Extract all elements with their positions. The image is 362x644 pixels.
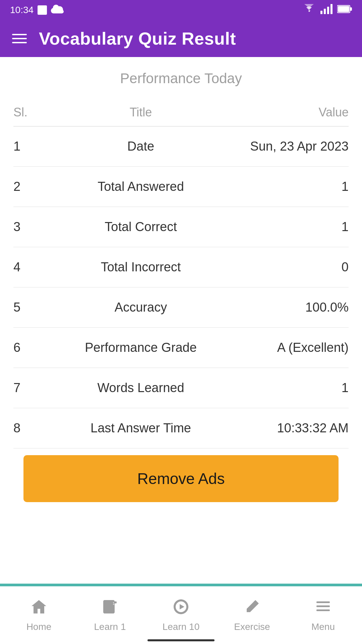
menu-icon — [314, 598, 332, 618]
ads-banner[interactable]: Remove Ads — [23, 455, 339, 502]
row-sl-6: 6 — [13, 340, 54, 355]
row-sl-3: 3 — [13, 220, 54, 234]
nav-item-home[interactable]: Home — [3, 598, 74, 632]
table-row: 2 Total Answered 1 — [13, 167, 349, 207]
home-gesture-bar — [147, 639, 215, 641]
row-sl-1: 1 — [13, 139, 54, 154]
header-title: Title — [54, 105, 228, 119]
row-sl-7: 7 — [13, 381, 54, 395]
nav-label-learn1: Learn 1 — [94, 622, 126, 632]
svg-rect-2 — [327, 7, 329, 14]
bottom-section: Home 1 Learn 1 Learn 10 — [0, 584, 362, 644]
table-row: 5 Accuracy 100.0% — [13, 287, 349, 328]
row-value-4: 0 — [228, 260, 349, 274]
row-value-3: 1 — [228, 220, 349, 234]
row-value-7: 1 — [228, 381, 349, 395]
nav-label-menu: Menu — [311, 622, 335, 632]
app-bar: Vocabulary Quiz Result — [0, 20, 362, 57]
row-title-5: Accuracy — [54, 300, 228, 315]
svg-rect-0 — [320, 11, 322, 14]
battery-icon — [337, 5, 352, 16]
row-value-6: A (Excellent) — [228, 340, 349, 355]
row-sl-5: 5 — [13, 300, 54, 315]
row-title-2: Total Answered — [54, 179, 228, 194]
svg-rect-9 — [316, 601, 330, 603]
learn1-icon: 1 — [101, 598, 119, 618]
nav-item-learn10[interactable]: Learn 10 — [145, 598, 217, 632]
app-bar-title: Vocabulary Quiz Result — [39, 29, 236, 49]
signal-icon — [320, 4, 333, 16]
table-row: 1 Date Sun, 23 Apr 2023 — [13, 126, 349, 167]
row-title-8: Last Answer Time — [54, 421, 228, 435]
table-header: Sl. Title Value — [13, 100, 349, 126]
row-sl-8: 8 — [13, 421, 54, 435]
status-bar-left: 10:34 — [10, 5, 64, 16]
svg-rect-3 — [330, 4, 333, 14]
svg-text:1: 1 — [113, 602, 115, 605]
wifi-icon — [302, 4, 316, 16]
learn10-icon — [172, 598, 190, 618]
teal-bar — [0, 584, 362, 586]
table-row: 3 Total Correct 1 — [13, 207, 349, 247]
hamburger-menu-button[interactable] — [12, 34, 27, 43]
svg-rect-10 — [316, 605, 330, 607]
cloud-icon — [51, 5, 64, 16]
row-value-1: Sun, 23 Apr 2023 — [228, 139, 349, 154]
nav-item-menu[interactable]: Menu — [288, 598, 359, 632]
status-time: 10:34 — [10, 5, 34, 15]
row-title-6: Performance Grade — [54, 340, 228, 355]
row-title-1: Date — [54, 139, 228, 154]
nav-label-home: Home — [26, 622, 52, 632]
row-title-3: Total Correct — [54, 220, 228, 234]
svg-rect-5 — [338, 6, 349, 12]
status-bar: 10:34 — [0, 0, 362, 20]
exercise-icon — [243, 598, 261, 618]
nav-item-exercise[interactable]: Exercise — [217, 598, 288, 632]
svg-rect-6 — [350, 7, 352, 11]
svg-rect-11 — [316, 609, 330, 611]
svg-rect-1 — [324, 9, 326, 14]
status-bar-right — [302, 4, 352, 16]
table-row: 8 Last Answer Time 10:33:32 AM — [13, 408, 349, 448]
main-content: Performance Today Sl. Title Value 1 Date… — [0, 57, 362, 584]
row-value-8: 10:33:32 AM — [228, 421, 349, 435]
table-row: 4 Total Incorrect 0 — [13, 247, 349, 287]
nav-item-learn1[interactable]: 1 Learn 1 — [74, 598, 145, 632]
home-icon — [30, 598, 48, 618]
table-body: 1 Date Sun, 23 Apr 2023 2 Total Answered… — [13, 126, 349, 448]
table-row: 6 Performance Grade A (Excellent) — [13, 328, 349, 368]
section-title: Performance Today — [13, 70, 349, 87]
header-sl: Sl. — [13, 105, 54, 119]
ads-banner-text[interactable]: Remove Ads — [137, 470, 225, 488]
header-value: Value — [228, 105, 349, 119]
row-sl-2: 2 — [13, 179, 54, 194]
row-value-5: 100.0% — [228, 300, 349, 315]
row-title-4: Total Incorrect — [54, 260, 228, 274]
table-row: 7 Words Learned 1 — [13, 368, 349, 408]
nav-label-exercise: Exercise — [234, 622, 270, 632]
row-title-7: Words Learned — [54, 381, 228, 395]
bottom-nav: Home 1 Learn 1 Learn 10 — [0, 586, 362, 644]
row-value-2: 1 — [228, 179, 349, 194]
row-sl-4: 4 — [13, 260, 54, 274]
nav-label-learn10: Learn 10 — [163, 622, 200, 632]
screen-icon — [38, 5, 47, 15]
